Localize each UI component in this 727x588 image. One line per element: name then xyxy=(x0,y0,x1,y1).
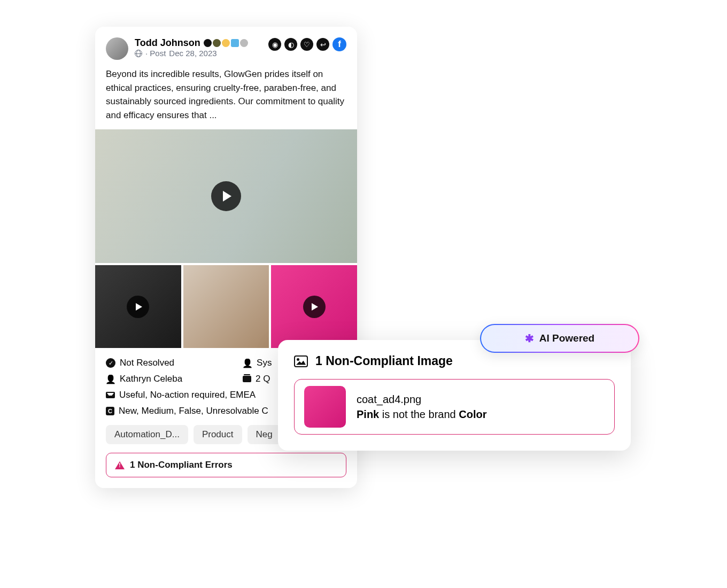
category-line: New, Medium, False, Unresolvable C xyxy=(119,406,268,416)
reason-highlight: Pink xyxy=(357,408,379,420)
avatar[interactable] xyxy=(106,37,128,60)
reply-icon[interactable]: ↩ xyxy=(316,38,329,51)
sparkle-icon: ✱ xyxy=(525,332,534,345)
author-badges xyxy=(204,39,248,47)
reason-text: is not the brand xyxy=(379,408,459,420)
chip[interactable]: Neg xyxy=(248,425,281,444)
reason-highlight: Color xyxy=(459,408,486,420)
chip[interactable]: Product xyxy=(194,425,242,444)
person-icon xyxy=(243,358,252,368)
thumbnail-row xyxy=(95,265,357,348)
heart-icon[interactable]: ♡ xyxy=(300,38,313,51)
noncompliant-item[interactable]: coat_ad4.png Pink is not the brand Color xyxy=(294,379,615,435)
author-name[interactable]: Todd Johnson xyxy=(135,37,200,49)
badge-icon xyxy=(240,39,248,47)
badge-icon xyxy=(231,39,239,47)
item-reason: Pink is not the brand Color xyxy=(357,407,486,422)
ai-powered-pill[interactable]: ✱ AI Powered xyxy=(480,324,639,353)
post-meta: · Post Dec 28, 2023 xyxy=(135,49,262,58)
badge-icon xyxy=(204,39,212,47)
facebook-icon[interactable]: f xyxy=(332,37,346,51)
ai-label: AI Powered xyxy=(539,332,594,344)
queue-count: 2 Q xyxy=(256,374,270,384)
error-banner-text: 1 Non-Compliant Errors xyxy=(130,460,233,470)
thumbnail[interactable] xyxy=(271,265,357,348)
mail-icon xyxy=(106,392,115,398)
post-body: Beyond its incredible results, GlowGen p… xyxy=(106,67,346,122)
header-actions: ◉ ◐ ♡ ↩ f xyxy=(268,37,346,51)
post-type-label: · Post xyxy=(145,49,166,58)
item-thumbnail xyxy=(304,386,346,428)
check-icon xyxy=(106,358,115,368)
play-button[interactable] xyxy=(303,296,326,318)
stack-icon xyxy=(243,376,251,382)
tags-line: Useful, No-action required, EMEA xyxy=(119,390,256,400)
globe-icon xyxy=(135,50,142,57)
eye-icon[interactable]: ◉ xyxy=(268,38,281,51)
chip[interactable]: Automation_D... xyxy=(106,425,188,444)
post-header: Todd Johnson · Post Dec 28, 2023 ◉ ◐ ♡ ↩ xyxy=(106,37,346,60)
badge-icon xyxy=(222,39,230,47)
thumbnail[interactable] xyxy=(183,265,269,348)
image-icon xyxy=(294,355,308,367)
assignee-icon xyxy=(106,374,115,384)
warning-icon xyxy=(115,461,125,469)
assignee-name: Kathryn Celeba xyxy=(120,374,182,384)
error-banner[interactable]: 1 Non-Compliant Errors xyxy=(106,453,346,477)
system-label: Sys xyxy=(257,358,272,368)
thumbnail[interactable] xyxy=(95,265,181,348)
category-icon: C xyxy=(106,407,114,415)
clock-icon[interactable]: ◐ xyxy=(284,38,297,51)
item-filename: coat_ad4.png xyxy=(357,392,486,407)
badge-icon xyxy=(213,39,221,47)
play-button[interactable] xyxy=(211,181,241,211)
main-media[interactable] xyxy=(95,129,357,263)
play-button[interactable] xyxy=(127,296,149,318)
post-date: Dec 28, 2023 xyxy=(169,49,216,58)
resolution-status: Not Resolved xyxy=(120,358,174,368)
detail-title: 1 Non-Compliant Image xyxy=(315,354,453,368)
compliance-detail-card: 1 Non-Compliant Image coat_ad4.png Pink … xyxy=(278,340,631,451)
